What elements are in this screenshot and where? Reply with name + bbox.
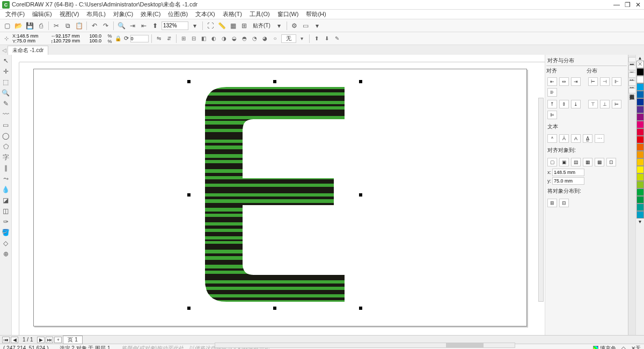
menu-text[interactable]: 文本(X) xyxy=(192,10,218,18)
to-front-icon[interactable]: ⬆ xyxy=(312,34,321,43)
fullscreen-icon[interactable]: ⛶ xyxy=(206,21,215,31)
ungroup-icon[interactable]: ⊟ xyxy=(189,34,198,43)
align-to-objects-icon[interactable]: ▢ xyxy=(547,158,557,166)
color-swatch[interactable] xyxy=(636,83,644,91)
guides-icon[interactable]: ⊞ xyxy=(239,21,249,31)
handle-sw[interactable] xyxy=(187,307,191,310)
tab-prev-icon[interactable]: ◁ xyxy=(2,47,6,53)
dist-space-h-icon[interactable]: ⊩ xyxy=(612,77,621,86)
zoom-tool-icon[interactable]: 🔍 xyxy=(1,88,11,98)
mirror-h-icon[interactable]: ⇋ xyxy=(155,34,163,43)
color-swatch[interactable] xyxy=(636,91,644,98)
menu-window[interactable]: 窗口(W) xyxy=(274,10,302,18)
scaley-input[interactable] xyxy=(90,39,108,43)
handle-s[interactable] xyxy=(273,307,276,310)
align-bottom-icon[interactable]: ⤓ xyxy=(571,100,581,108)
dist-bottom-icon[interactable]: ⊫ xyxy=(547,111,557,119)
swatch-none[interactable]: ✕ xyxy=(636,61,644,68)
maximize-button[interactable]: ❐ xyxy=(624,1,631,9)
color-swatch[interactable] xyxy=(636,203,644,211)
dist-center-h-icon[interactable]: ⊣ xyxy=(600,77,610,86)
rectangle-tool-icon[interactable]: ▭ xyxy=(1,120,11,130)
export-icon[interactable]: ⇤ xyxy=(139,21,149,31)
scrollbar-horizontal[interactable] xyxy=(215,343,515,348)
artwork-letter-e[interactable] xyxy=(205,87,345,302)
new-icon[interactable]: ▢ xyxy=(2,21,12,31)
snap-dropdown[interactable]: 贴齐(T) xyxy=(251,22,273,30)
text-options-icon[interactable]: ⋯ xyxy=(595,134,604,143)
dist-to-page-icon[interactable]: ⊟ xyxy=(559,199,569,207)
trim-icon[interactable]: ◑ xyxy=(220,34,229,43)
menu-view[interactable]: 视图(V) xyxy=(56,10,83,18)
to-back-icon[interactable]: ⬇ xyxy=(323,34,331,43)
weld-icon[interactable]: ◐ xyxy=(210,34,218,43)
align-center-v-icon[interactable]: ⇕ xyxy=(559,100,569,108)
polygon-tool-icon[interactable]: ⬠ xyxy=(1,142,11,151)
group-icon[interactable]: ⊞ xyxy=(179,34,188,43)
outline-dropdown-icon[interactable]: ▾ xyxy=(298,34,306,43)
scrollbar-thumb[interactable] xyxy=(446,343,484,347)
fill-indicator-icon[interactable]: 填充色 xyxy=(593,345,616,350)
color-swatch[interactable] xyxy=(636,196,644,203)
options-icon[interactable]: ⚙ xyxy=(290,21,299,31)
front-minus-icon[interactable]: ◔ xyxy=(251,34,259,43)
app-icon[interactable]: ▾ xyxy=(312,21,322,31)
more-tools-icon[interactable]: ⊕ xyxy=(1,249,11,259)
dropshadow-tool-icon[interactable]: ◪ xyxy=(1,195,11,205)
simplify-icon[interactable]: ◓ xyxy=(240,34,249,43)
text-bottom-icon[interactable]: A̲ xyxy=(583,134,592,143)
align-top-icon[interactable]: ⤒ xyxy=(547,100,557,108)
color-swatch[interactable] xyxy=(636,76,644,83)
handle-nw[interactable] xyxy=(187,80,191,83)
dist-space-v-icon[interactable]: ⊨ xyxy=(612,100,621,108)
search-icon[interactable]: 🔍 xyxy=(116,21,126,31)
combine-icon[interactable]: ◧ xyxy=(200,34,208,43)
selection-bounds[interactable]: ✕ xyxy=(189,82,361,308)
page-tab[interactable]: 页 1 xyxy=(63,336,82,344)
menu-effect[interactable]: 效果(C) xyxy=(137,10,164,18)
align-y-input[interactable] xyxy=(552,177,584,185)
align-to-page-edge-icon[interactable]: ▤ xyxy=(571,158,581,166)
copy-icon[interactable]: ⧉ xyxy=(63,21,72,31)
page-next-icon[interactable]: ▶ xyxy=(37,337,45,343)
color-swatch[interactable] xyxy=(636,128,644,136)
align-x-input[interactable] xyxy=(552,169,584,176)
parallel-tool-icon[interactable]: ∥ xyxy=(1,163,11,173)
color-swatch[interactable] xyxy=(636,166,644,173)
align-to-grid-icon[interactable]: ▩ xyxy=(595,158,604,166)
save-icon[interactable]: 💾 xyxy=(25,21,34,31)
tab-bitmap-color[interactable]: 位图颜色调整 xyxy=(628,88,636,93)
color-swatch[interactable] xyxy=(636,98,644,106)
text-baseline-icon[interactable]: ᴬ xyxy=(547,134,557,143)
dist-top-icon[interactable]: ⊤ xyxy=(588,100,598,108)
align-center-h-icon[interactable]: ⇔ xyxy=(559,77,569,86)
launch-icon[interactable]: ▭ xyxy=(301,21,311,31)
convert-icon[interactable]: ✎ xyxy=(333,34,341,43)
intersect-icon[interactable]: ◒ xyxy=(230,34,239,43)
align-to-point-icon[interactable]: ⊡ xyxy=(606,158,616,166)
align-right-icon[interactable]: ⇥ xyxy=(571,77,581,86)
fill-tool-icon[interactable]: 🪣 xyxy=(1,228,11,237)
color-swatch[interactable] xyxy=(636,151,644,158)
cut-icon[interactable]: ✂ xyxy=(52,21,61,31)
import-icon[interactable]: ⇥ xyxy=(128,21,137,31)
text-tool-icon[interactable]: 字 xyxy=(1,152,11,162)
color-swatch[interactable] xyxy=(636,143,644,151)
palette-up-icon[interactable]: ▴ xyxy=(636,55,644,61)
undo-icon[interactable]: ↶ xyxy=(90,21,99,31)
ellipse-tool-icon[interactable]: ◯ xyxy=(1,131,11,141)
tab-outline[interactable]: 轮廓 xyxy=(628,72,636,78)
page-first-icon[interactable]: ⏮ xyxy=(2,337,10,343)
color-swatch[interactable] xyxy=(636,121,644,128)
menu-layout[interactable]: 布局(L) xyxy=(83,10,108,18)
mirror-v-icon[interactable]: ⇵ xyxy=(165,34,173,43)
page-last-icon[interactable]: ⏭ xyxy=(46,337,53,343)
y-input[interactable] xyxy=(17,39,49,43)
print-icon[interactable]: ⎙ xyxy=(36,21,46,31)
dist-to-selection-icon[interactable]: ⊞ xyxy=(547,199,557,207)
outline-indicator-icon[interactable]: ◇ xyxy=(621,345,626,349)
color-swatch[interactable] xyxy=(636,211,644,219)
page-prev-icon[interactable]: ◀ xyxy=(11,337,18,343)
text-top-icon[interactable]: Ā xyxy=(559,134,569,143)
dist-left-icon[interactable]: ⊢ xyxy=(588,77,598,86)
